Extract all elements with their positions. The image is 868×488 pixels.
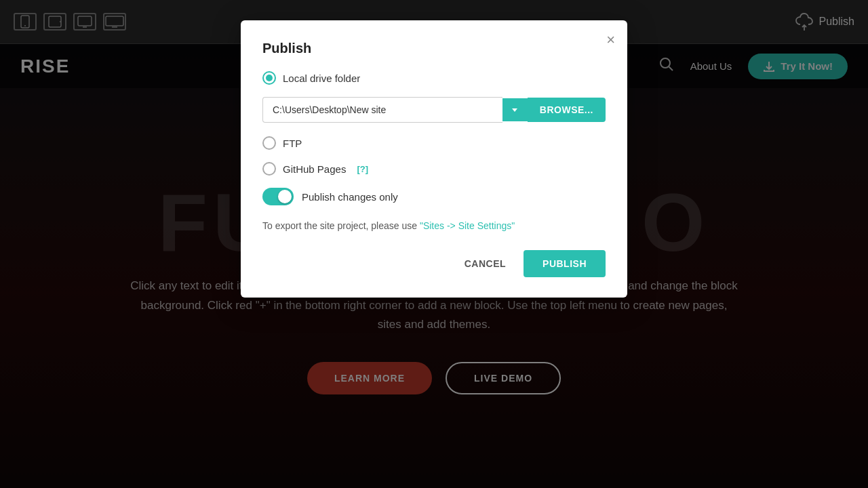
modal-title: Publish bbox=[262, 41, 606, 56]
modal-footer: CANCEL PUBLISH bbox=[262, 250, 606, 277]
github-pages-option[interactable]: GitHub Pages [?] bbox=[262, 162, 606, 176]
path-input[interactable] bbox=[262, 97, 502, 123]
ftp-radio[interactable] bbox=[262, 136, 276, 150]
ftp-label: FTP bbox=[283, 138, 302, 149]
publish-changes-toggle[interactable] bbox=[262, 188, 294, 205]
browse-button[interactable]: BROWSE... bbox=[528, 98, 606, 122]
local-drive-option[interactable]: Local drive folder bbox=[262, 71, 606, 85]
local-drive-label: Local drive folder bbox=[283, 73, 360, 84]
modal-overlay: Publish × Local drive folder BROWSE... F… bbox=[0, 0, 868, 488]
path-row: BROWSE... bbox=[262, 97, 606, 123]
ftp-option[interactable]: FTP bbox=[262, 136, 606, 150]
github-pages-label: GitHub Pages bbox=[283, 163, 346, 175]
chevron-down-icon bbox=[511, 106, 519, 114]
toggle-knob bbox=[278, 190, 292, 203]
path-dropdown-button[interactable] bbox=[502, 98, 528, 121]
svg-marker-11 bbox=[512, 108, 517, 112]
publish-modal-button[interactable]: PUBLISH bbox=[524, 250, 606, 277]
publish-changes-label: Publish changes only bbox=[302, 191, 398, 203]
export-hint: To export the site project, please use "… bbox=[262, 220, 606, 231]
publish-changes-toggle-row: Publish changes only bbox=[262, 188, 606, 205]
site-settings-link[interactable]: "Sites -> Site Settings" bbox=[420, 220, 515, 231]
github-pages-radio[interactable] bbox=[262, 162, 276, 176]
cancel-button[interactable]: CANCEL bbox=[455, 251, 515, 276]
publish-modal: Publish × Local drive folder BROWSE... F… bbox=[241, 20, 627, 298]
github-help-link[interactable]: [?] bbox=[357, 164, 368, 174]
local-drive-radio[interactable] bbox=[262, 71, 276, 85]
export-hint-text: To export the site project, please use bbox=[262, 220, 420, 231]
modal-close-button[interactable]: × bbox=[606, 33, 615, 47]
